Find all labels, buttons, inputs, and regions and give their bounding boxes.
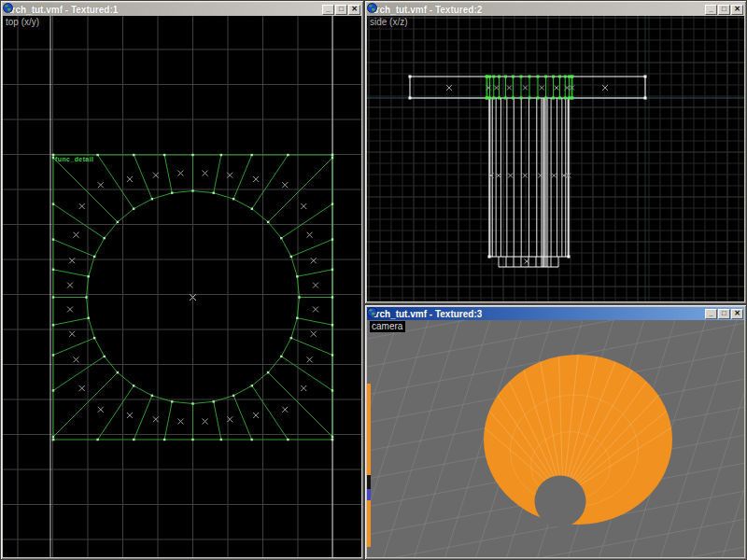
- map-globe-icon: [3, 3, 13, 13]
- window-title: arch_tut.vmf - Textured:2: [371, 5, 482, 15]
- maximize-button[interactable]: □: [718, 5, 730, 15]
- minimize-button[interactable]: _: [705, 309, 717, 319]
- viewport-type-label: side (x/z): [370, 17, 408, 27]
- maximize-button[interactable]: □: [335, 5, 347, 15]
- close-button[interactable]: ✕: [731, 5, 743, 15]
- camera-viewport-canvas[interactable]: camera: [367, 320, 744, 557]
- top-viewport-canvas[interactable]: top (x/y) func_detail: [3, 16, 361, 557]
- window-title: arch_tut.vmf - Textured:3: [371, 309, 482, 319]
- side-viewport-canvas[interactable]: side (x/z): [367, 16, 744, 301]
- titlebar[interactable]: arch_tut.vmf - Textured:2 _ □ ✕: [367, 3, 744, 16]
- close-button[interactable]: ✕: [731, 309, 743, 319]
- entity-classname-label: func_detail: [55, 156, 93, 162]
- viewport-type-label: top (x/y): [6, 17, 39, 27]
- titlebar[interactable]: arch_tut.vmf - Textured:1 _ □ ✕: [3, 3, 361, 16]
- map-globe-icon: [367, 3, 377, 13]
- map-globe-icon: [367, 307, 377, 317]
- close-button[interactable]: ✕: [348, 5, 360, 15]
- maximize-button[interactable]: □: [718, 309, 730, 319]
- viewport-window-camera: arch_tut.vmf - Textured:3 _ □ ✕ camera: [364, 304, 747, 560]
- viewport-window-side: arch_tut.vmf - Textured:2 _ □ ✕ side (x/…: [364, 0, 747, 304]
- titlebar[interactable]: arch_tut.vmf - Textured:3 _ □ ✕: [367, 307, 744, 320]
- window-title: arch_tut.vmf - Textured:1: [7, 5, 118, 15]
- minimize-button[interactable]: _: [705, 5, 717, 15]
- minimize-button[interactable]: _: [322, 5, 334, 15]
- viewport-type-label: camera: [370, 321, 405, 332]
- mdi-background: arch_tut.vmf - Textured:1 _ □ ✕ top (x/y…: [0, 0, 747, 560]
- viewport-window-top: arch_tut.vmf - Textured:1 _ □ ✕ top (x/y…: [0, 0, 364, 560]
